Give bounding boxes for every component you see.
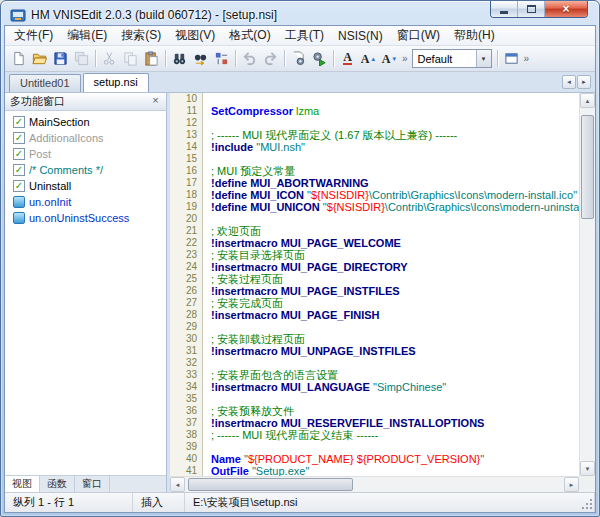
scroll-up-icon[interactable]: ▲ (580, 93, 595, 108)
horizontal-scrollbar[interactable]: ◄ ► (170, 476, 579, 492)
tree-item[interactable]: ✓Post (5, 146, 166, 162)
maximize-button[interactable] (518, 1, 545, 17)
document-tab[interactable]: setup.nsi (83, 73, 149, 92)
sidebar-close-icon[interactable]: × (149, 95, 162, 108)
redo-button[interactable] (260, 48, 281, 69)
code-line[interactable]: 17!define MUI_ABORTWARNING (170, 177, 579, 189)
toolbar-overflow-chevron[interactable]: » (400, 53, 410, 64)
compile-run-button[interactable] (309, 48, 330, 69)
save-button[interactable] (50, 48, 71, 69)
code-line[interactable]: 22!insertmacro MUI_PAGE_WELCOME (170, 237, 579, 249)
code-line[interactable]: 27; 安装完成页面 (170, 297, 579, 309)
code-line[interactable]: 32 (170, 357, 579, 369)
font-decrease-button[interactable]: A▼ (379, 48, 400, 69)
code-line[interactable]: 41OutFile "Setup.exe" (170, 465, 579, 476)
sidebar-tab[interactable]: 窗口 (75, 476, 110, 492)
toolbar-overflow-chevron[interactable]: » (522, 53, 532, 64)
code-line[interactable]: 15 (170, 153, 579, 165)
menu-item[interactable]: 搜索(S) (114, 25, 168, 46)
tree-item[interactable]: ✓Uninstall (5, 178, 166, 194)
chevron-down-icon[interactable]: ▼ (476, 50, 491, 67)
scroll-down-icon[interactable]: ▼ (580, 461, 595, 476)
save-all-button[interactable] (71, 48, 92, 69)
menu-item[interactable]: 格式(O) (222, 25, 277, 46)
checkbox-icon[interactable]: ✓ (13, 132, 25, 144)
horizontal-scroll-thumb[interactable] (188, 478, 353, 491)
paste-button[interactable] (141, 48, 162, 69)
code-line[interactable]: 14!include "MUI.nsh" (170, 141, 579, 153)
tree-item[interactable]: ✓MainSection (5, 114, 166, 130)
tab-scroll-left-button[interactable]: ◄ (562, 75, 576, 89)
open-file-button[interactable] (29, 48, 50, 69)
code-line[interactable]: 33; 安装界面包含的语言设置 (170, 369, 579, 381)
sidebar-tab[interactable]: 函数 (40, 476, 75, 492)
vertical-scroll-thumb[interactable] (581, 115, 594, 219)
menu-item[interactable]: 编辑(E) (60, 25, 114, 46)
code-line[interactable]: 12 (170, 117, 579, 129)
new-file-button[interactable] (8, 48, 29, 69)
scroll-right-icon[interactable]: ► (564, 477, 579, 492)
menu-item[interactable]: 窗口(W) (390, 25, 447, 46)
down-arrow-icon: ▼ (391, 56, 397, 62)
find-button[interactable] (169, 48, 190, 69)
menu-item[interactable]: 帮助(H) (447, 25, 502, 46)
compile-button[interactable] (288, 48, 309, 69)
checkbox-icon[interactable]: ✓ (13, 148, 25, 160)
code-line[interactable]: 13; ------ MUI 现代界面定义 (1.67 版本以上兼容) ----… (170, 129, 579, 141)
code-line[interactable]: 28!insertmacro MUI_PAGE_FINISH (170, 309, 579, 321)
tree-item[interactable]: un.onInit (5, 194, 166, 210)
cut-button[interactable] (99, 48, 120, 69)
minimize-button[interactable] (491, 1, 518, 17)
code-text: !insertmacro MUI_PAGE_WELCOME (203, 237, 401, 249)
tab-scroll-right-button[interactable]: ► (577, 75, 591, 89)
code-line[interactable]: 38; ------ MUI 现代界面定义结束 ------ (170, 429, 579, 441)
style-combobox[interactable]: Default ▼ (412, 49, 492, 68)
font-increase-button[interactable]: A▲ (358, 48, 379, 69)
code-line[interactable]: 40Name "${PRODUCT_NAME} ${PRODUCT_VERSIO… (170, 453, 579, 465)
code-line[interactable]: 30; 安装卸载过程页面 (170, 333, 579, 345)
code-line[interactable]: 19!define MUI_UNICON "${NSISDIR}\Contrib… (170, 201, 579, 213)
vertical-scrollbar[interactable]: ▲ ▼ (579, 93, 595, 476)
menu-item[interactable]: 视图(V) (168, 25, 222, 46)
title-bar[interactable]: HM VNISEdit 2.0.3 (build 060712) - [setu… (4, 1, 596, 25)
code-line[interactable]: 31!insertmacro MUI_UNPAGE_INSTFILES (170, 345, 579, 357)
menu-item[interactable]: NSIS(N) (331, 27, 390, 45)
undo-button[interactable] (239, 48, 260, 69)
font-style-button[interactable]: A (337, 48, 358, 69)
close-button[interactable]: × (545, 1, 587, 17)
code-line[interactable]: 39 (170, 441, 579, 453)
tree-item[interactable]: un.onUninstSuccess (5, 210, 166, 226)
code-line[interactable]: 37!insertmacro MUI_RESERVEFILE_INSTALLOP… (170, 417, 579, 429)
code-line[interactable]: 11SetCompressor lzma (170, 105, 579, 117)
checkbox-icon[interactable]: ✓ (13, 164, 25, 176)
tree-item[interactable]: ✓AdditionalIcons (5, 130, 166, 146)
code-line[interactable]: 23; 安装目录选择页面 (170, 249, 579, 261)
code-line[interactable]: 24!insertmacro MUI_PAGE_DIRECTORY (170, 261, 579, 273)
scroll-left-icon[interactable]: ◄ (170, 477, 185, 492)
menu-item[interactable]: 工具(T) (278, 25, 331, 46)
replace-button[interactable] (211, 48, 232, 69)
code-line[interactable]: 10 (170, 93, 579, 105)
copy-button[interactable] (120, 48, 141, 69)
code-line[interactable]: 25; 安装过程页面 (170, 273, 579, 285)
code-line[interactable]: 16; MUI 预定义常量 (170, 165, 579, 177)
sidebar-tab[interactable]: 视图 (5, 476, 40, 492)
code-line[interactable]: 29 (170, 321, 579, 333)
tree-item[interactable]: ✓/* Comments */ (5, 162, 166, 178)
code-editor[interactable]: 1011SetCompressor lzma1213; ------ MUI 现… (170, 93, 579, 476)
menu-item[interactable]: 文件(F) (7, 25, 60, 46)
checkbox-icon[interactable]: ✓ (13, 180, 25, 192)
new-window-button[interactable] (501, 48, 522, 69)
code-line[interactable]: 36; 安装预释放文件 (170, 405, 579, 417)
code-line[interactable]: 35 (170, 393, 579, 405)
checkbox-icon[interactable]: ✓ (13, 116, 25, 128)
code-line[interactable]: 34!insertmacro MUI_LANGUAGE "SimpChinese… (170, 381, 579, 393)
code-line[interactable]: 20 (170, 213, 579, 225)
font-style-icon: A (343, 52, 352, 62)
resize-grip[interactable] (590, 507, 592, 509)
code-line[interactable]: 21; 欢迎页面 (170, 225, 579, 237)
code-line[interactable]: 26!insertmacro MUI_PAGE_INSTFILES (170, 285, 579, 297)
code-line[interactable]: 18!define MUI_ICON "${NSISDIR}\Contrib\G… (170, 189, 579, 201)
find-next-button[interactable] (190, 48, 211, 69)
document-tab[interactable]: Untitled01 (9, 74, 81, 92)
